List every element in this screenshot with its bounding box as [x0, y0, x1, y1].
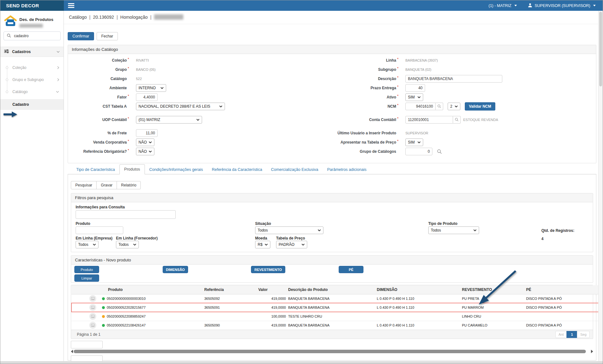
product-pe: DISCO PINTADA A PÓ [524, 303, 600, 312]
filters-panel: Filtros para pesquisa Informações para C… [71, 193, 593, 252]
ncm-input[interactable] [405, 103, 436, 110]
produto-button[interactable]: Produto [74, 266, 99, 273]
horizontal-scrollbar[interactable] [71, 349, 593, 354]
tab-tipo-de-caracteristica[interactable]: Tipo de Característica [72, 165, 119, 174]
products-table: Produto Referência Valor Descrição do Pr… [71, 285, 600, 330]
em-linha-empresa-select[interactable]: Todos [76, 241, 98, 248]
frete-input[interactable] [136, 129, 158, 137]
produto-filter-input[interactable] [76, 226, 123, 234]
chevron-down-icon [56, 91, 59, 93]
table-row[interactable]: 05020000000000003010 36505092 419,0000 B… [71, 294, 600, 303]
product-rev: LINHO CRU [460, 312, 524, 321]
relatorio-button[interactable]: Relatório [117, 181, 141, 189]
empty-input[interactable] [71, 341, 103, 348]
pagination-page-1-button[interactable]: 1 [566, 331, 577, 338]
image-placeholder-icon[interactable] [89, 295, 96, 302]
em-linha-fornecedor-select[interactable]: Todos [116, 241, 139, 248]
field-label: % de Frete [68, 131, 127, 135]
prazo-entrega-input[interactable] [405, 84, 425, 92]
field-label: Tabela de Preço [276, 236, 305, 240]
table-row[interactable]: 05020000522108426147 36505090 419,0000 B… [71, 321, 600, 330]
pagination-next-button[interactable]: Seg [577, 331, 590, 338]
moeda-select[interactable]: R$ [255, 241, 270, 248]
tab-condicoes-informacoes[interactable]: Condições/Informações gerais [145, 165, 207, 174]
fator-input[interactable] [136, 93, 158, 101]
pagination-prev-button[interactable]: Ant [555, 331, 567, 338]
tabela-preco-select[interactable]: PADRÃO [276, 241, 307, 248]
sidebar-item-cadastro[interactable]: Cadastro [0, 99, 64, 110]
conta-search-button[interactable] [453, 116, 461, 124]
product-dim: L 0.430 P 0.490 H 1.110 [374, 321, 460, 330]
tab-comercializacao-exclusiva[interactable]: Comercialização Exclusiva [267, 165, 323, 174]
scroll-right-arrow-icon[interactable] [591, 350, 593, 353]
tipo-produto-select[interactable]: Todos [428, 226, 479, 234]
revestimento-button[interactable]: REVESTIMENTO [251, 266, 285, 273]
branch-selector-label: (1) - MATRIZ [489, 3, 512, 8]
ativo-select[interactable]: SIM [405, 93, 423, 101]
branch-selector[interactable]: (1) - MATRIZ [489, 3, 517, 8]
tab-referencia-caracteristica[interactable]: Referência da Característica [207, 165, 267, 174]
pe-button[interactable]: PÉ [339, 266, 363, 273]
grupo-catalogos-input[interactable] [405, 148, 432, 155]
table-row[interactable]: 05020000522089859247 100,0000 TESTE LINH… [71, 312, 600, 321]
cst-tabela-select[interactable]: NACIONAL, DECRETO 288/67 E AS LEIS [136, 103, 225, 110]
product-ref: 36505092 [198, 294, 258, 303]
status-dot [102, 315, 105, 318]
apresentar-tabela-select[interactable]: SIM [405, 138, 423, 146]
table-row-selected[interactable]: 05020000522028215677 36505091 419,0000 B… [71, 303, 600, 312]
close-button[interactable]: Fechar [97, 32, 118, 40]
referencia-obrigatoria-select[interactable]: NÃO [136, 148, 154, 155]
conta-contabil-input[interactable] [405, 116, 453, 124]
qtd-registros-label: Qtd. de Registros: [541, 228, 589, 233]
product-valor: 419,0000 [258, 303, 287, 312]
grupo-value: BANCO (05) [136, 68, 156, 71]
descricao-input[interactable] [405, 75, 502, 83]
scroll-left-arrow-icon[interactable] [71, 350, 73, 353]
sidebar-section-cadastros[interactable]: Cadastros [0, 47, 64, 57]
sidebar-search-input[interactable]: cadastro [3, 31, 61, 40]
module-title: Des. de Produtos [19, 17, 53, 22]
image-placeholder-icon[interactable] [89, 313, 96, 320]
redacted-text [154, 14, 183, 20]
ncm-search-button[interactable] [436, 103, 443, 110]
field-label: Situação [255, 221, 271, 226]
pesquisar-button[interactable]: Pesquisar [71, 181, 97, 189]
field-label: Referência Obrigatória? [68, 149, 127, 154]
limpar-button[interactable]: Limpar [74, 274, 99, 282]
grupo-catalogos-search-icon[interactable] [437, 149, 442, 154]
uop-contabil-select[interactable]: (01) MATRIZ [136, 116, 202, 124]
hamburger-menu-icon[interactable] [64, 0, 78, 11]
field-label: UOP Contábil [68, 118, 127, 122]
venda-corporativa-select[interactable]: NÃO [136, 138, 154, 146]
main-content: Catálogo | 20.136092 | Homologação | Con… [64, 11, 598, 364]
tab-produtos[interactable]: Produtos [119, 164, 145, 174]
vertical-scrollbar[interactable] [598, 11, 603, 361]
chevron-down-icon [593, 5, 596, 6]
gravar-button[interactable]: Gravar [96, 181, 117, 189]
field-label: Descrição [325, 77, 396, 81]
product-rev: PU MARROM [460, 303, 524, 312]
scrollbar-thumb[interactable] [599, 12, 602, 86]
sidebar-item-grupo-subgrupo[interactable]: Grupo e Subgrupo [0, 74, 64, 86]
validar-ncm-button[interactable]: Validar NCM [465, 102, 495, 111]
tab-parametros-adicionais[interactable]: Parâmetros adicionais [323, 165, 371, 174]
scrollbar-thumb[interactable] [74, 350, 586, 353]
ambiente-select[interactable]: INTERNO [136, 84, 166, 92]
column-header: Referência [198, 285, 258, 294]
ncm-digits-select[interactable]: 2 [448, 103, 460, 110]
product-dim: L 0.430 P 0.490 H 1.110 [374, 294, 460, 303]
sidebar-item-colecao[interactable]: Coleção [0, 62, 64, 74]
app-window: SEND DECOR (1) - MATRIZ SUPERVISOR (SUPE… [0, 0, 603, 364]
conta-descricao: ESTOQUE REVENDA [463, 118, 498, 122]
dimensao-button[interactable]: DIMENSÃO [163, 266, 188, 273]
situacao-select[interactable]: Todos [255, 226, 323, 234]
panel-title: Informações do Catálogo [68, 45, 596, 54]
user-menu[interactable]: SUPERVISOR (SUPERVISOR) [528, 3, 596, 9]
image-placeholder-icon[interactable] [89, 304, 96, 311]
image-placeholder-icon[interactable] [89, 322, 96, 329]
breadcrumb: Catálogo | 20.136092 | Homologação | [69, 14, 183, 20]
informacoes-consulta-input[interactable] [76, 210, 176, 219]
confirm-button[interactable]: Confirmar [68, 32, 94, 40]
bullet-icon [6, 78, 8, 81]
sidebar-item-catalogo[interactable]: Catálogo [0, 86, 64, 98]
